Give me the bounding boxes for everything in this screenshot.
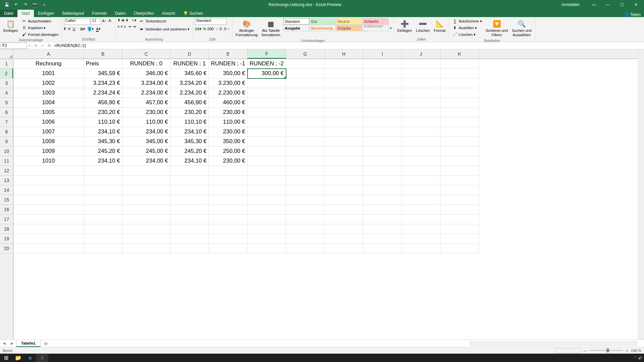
cell-E1[interactable]: RUNDEN ; -1 [209,59,248,69]
edge-icon[interactable]: e [24,354,36,362]
cell-D10[interactable]: 245,20 € [170,146,209,156]
fx-icon[interactable]: fx [46,43,53,48]
align-right-icon[interactable]: ≡ [124,24,126,29]
number-format-select[interactable]: Standard [195,18,227,25]
close-button[interactable]: ✕ [629,0,643,9]
cell-D6[interactable]: 230,20 € [170,108,209,117]
italic-button[interactable]: K [68,27,70,31]
normal-view-icon[interactable] [555,348,562,353]
cell-F4[interactable] [248,88,286,98]
orientation-icon[interactable]: ⤡▾ [131,18,137,22]
cell-K15[interactable] [440,195,479,205]
cell-J12[interactable] [402,166,440,176]
cell-H7[interactable] [325,117,363,127]
cell-E17[interactable] [209,215,248,224]
cell-A6[interactable]: 1005 [13,108,84,117]
cell-E9[interactable]: 350,00 € [209,137,248,146]
cell-E16[interactable] [209,205,248,215]
align-top-icon[interactable]: ⬆ [117,18,120,22]
row-header-15[interactable]: 15 [0,195,13,205]
cell-E14[interactable] [209,185,248,195]
cell-I8[interactable] [363,127,402,137]
cell-A15[interactable] [13,195,84,205]
cell-F11[interactable] [248,156,286,166]
wrap-text-button[interactable]: ↩Textumbruch [138,18,191,24]
cell-J9[interactable] [402,137,440,146]
decrease-decimal-icon[interactable]: .0→ [223,27,230,31]
cell-C20[interactable] [122,244,170,253]
clear-button[interactable]: 🧹Löschen ▾ [451,32,483,38]
formula-input[interactable]: =RUNDEN(B2;-2) [53,43,644,48]
merge-center-button[interactable]: ⬌Verbinden und zentrieren ▾ [138,26,191,32]
column-header-K[interactable]: K [440,49,479,59]
cell-A4[interactable]: 1003 [13,88,84,98]
cell-C12[interactable] [122,166,170,176]
cell-B12[interactable] [84,166,122,176]
cell-G19[interactable] [286,234,325,244]
cell-I16[interactable] [363,205,402,215]
cell-B15[interactable] [84,195,122,205]
row-header-13[interactable]: 13 [0,176,13,185]
cell-H10[interactable] [325,146,363,156]
tab-start[interactable]: Start [17,10,34,17]
row-header-11[interactable]: 11 [0,156,13,166]
cell-D12[interactable] [170,166,209,176]
cell-F19[interactable] [248,234,286,244]
tab-daten[interactable]: Daten [111,10,130,17]
cell-I20[interactable] [363,244,402,253]
tab-seitenlayout[interactable]: Seitenlayout [58,10,88,17]
cell-I6[interactable] [363,108,402,117]
increase-font-icon[interactable]: A↑ [102,18,107,25]
cell-C13[interactable] [122,176,170,185]
vertical-scrollbar[interactable] [638,49,644,340]
increase-indent-icon[interactable]: ⇥ [133,24,136,29]
row-header-19[interactable]: 19 [0,234,13,244]
cell-H6[interactable] [325,108,363,117]
cell-K13[interactable] [440,176,479,185]
cell-I19[interactable] [363,234,402,244]
cell-K14[interactable] [440,185,479,195]
row-header-5[interactable]: 5 [0,98,13,108]
save-icon[interactable]: 💾 [3,1,11,9]
row-header-7[interactable]: 7 [0,117,13,127]
cell-I9[interactable] [363,137,402,146]
align-left-icon[interactable]: ≡ [117,24,119,29]
sort-filter-button[interactable]: 🔽Sortieren und Filtern [484,18,509,38]
cell-K8[interactable] [440,127,479,137]
cell-F16[interactable] [248,205,286,215]
maximize-button[interactable]: ☐ [615,0,629,9]
cell-E5[interactable]: 460,00 € [209,98,248,108]
cell-K3[interactable] [440,78,479,88]
column-header-B[interactable]: B [84,49,122,59]
cell-J10[interactable] [402,146,440,156]
cell-C8[interactable]: 234,00 € [122,127,170,137]
row-header-20[interactable]: 20 [0,244,13,253]
cell-I18[interactable] [363,224,402,234]
cell-J18[interactable] [402,224,440,234]
tray-chevron-icon[interactable]: ˄ [634,356,636,360]
cell-J15[interactable] [402,195,440,205]
zoom-in-button[interactable]: + [626,349,628,353]
cell-D2[interactable]: 345,60 € [170,69,209,78]
cell-D17[interactable] [170,215,209,224]
cell-C5[interactable]: 457,00 € [122,98,170,108]
fill-color-button[interactable]: 🪣▾ [87,27,94,31]
row-header-14[interactable]: 14 [0,185,13,195]
cell-D18[interactable] [170,224,209,234]
cell-K19[interactable] [440,234,479,244]
cell-G16[interactable] [286,205,325,215]
cell-C10[interactable]: 245,00 € [122,146,170,156]
cell-J4[interactable] [402,88,440,98]
increase-decimal-icon[interactable]: ←.0 [215,27,222,31]
cell-H19[interactable] [325,234,363,244]
cell-I15[interactable] [363,195,402,205]
style-schlecht[interactable]: Schlecht [363,18,389,24]
cell-D11[interactable]: 234,10 € [170,156,209,166]
cell-G1[interactable] [286,59,325,69]
cell-C15[interactable] [122,195,170,205]
sheet-nav-prev[interactable]: ◀ [0,341,8,346]
cell-A7[interactable]: 1006 [13,117,84,127]
cell-K4[interactable] [440,88,479,98]
tab-ueberpruefen[interactable]: Überprüfen [130,10,158,17]
cell-E10[interactable]: 250,00 € [209,146,248,156]
